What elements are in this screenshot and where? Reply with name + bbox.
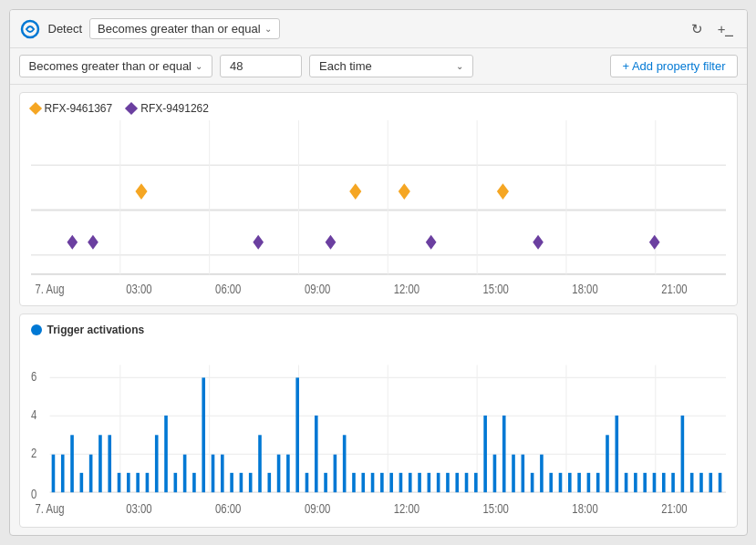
bar-item (286, 455, 290, 493)
svg-text:15:00: 15:00 (482, 501, 508, 516)
bar-item (689, 473, 693, 492)
bar-svg: 0 2 4 6 (31, 342, 726, 521)
svg-text:18:00: 18:00 (572, 501, 597, 516)
svg-text:06:00: 06:00 (215, 501, 241, 516)
svg-rect-24 (67, 235, 78, 250)
svg-text:21:00: 21:00 (661, 501, 687, 516)
legend-rfx2-dot (125, 102, 138, 115)
bar-item (408, 473, 411, 492)
svg-rect-20 (135, 183, 147, 200)
bar-item (88, 455, 92, 493)
bar-item (370, 473, 374, 492)
svg-text:7. Aug: 7. Aug (35, 501, 64, 516)
bar-item (145, 473, 149, 492)
bar-item (718, 473, 721, 492)
bar-item (427, 473, 430, 492)
svg-rect-23 (496, 183, 508, 200)
svg-rect-21 (349, 183, 361, 200)
bar-item (652, 473, 656, 492)
bar-item (634, 473, 637, 492)
refresh-button[interactable]: ↻ (688, 19, 707, 39)
top-bar: Detect Becomes greater than or equal ⌄ ↻… (10, 10, 747, 48)
svg-text:4: 4 (31, 407, 36, 422)
bar-item (230, 473, 233, 492)
bar-item (164, 416, 168, 492)
frequency-dropdown-chevron: ⌄ (456, 61, 463, 71)
bar-item (389, 473, 393, 492)
threshold-input[interactable] (220, 55, 302, 77)
bar-item (248, 473, 252, 492)
svg-text:12:00: 12:00 (393, 281, 419, 296)
bar-item (399, 473, 402, 492)
bar-item (60, 455, 64, 493)
svg-point-0 (22, 21, 38, 37)
bar-item (352, 473, 356, 492)
bar-item (324, 473, 327, 492)
bar-item (305, 473, 308, 492)
bar-item (51, 455, 55, 493)
bar-panel: Trigger activations 0 2 4 6 (19, 314, 738, 528)
bar-item (136, 473, 140, 492)
svg-text:12:00: 12:00 (393, 501, 419, 516)
bar-item (173, 473, 177, 492)
scatter-panel: RFX-9461367 RFX-9491262 7. Aug 0 (19, 92, 738, 306)
svg-text:6: 6 (31, 369, 36, 384)
bar-item (624, 473, 627, 492)
bar-item (643, 473, 647, 492)
bar-item (436, 473, 440, 492)
header-dropdown-chevron: ⌄ (264, 24, 272, 34)
bar-item (258, 435, 262, 492)
frequency-dropdown[interactable]: Each time ⌄ (309, 55, 473, 77)
svg-rect-27 (325, 235, 336, 250)
bar-item (521, 455, 524, 493)
bar-item (117, 473, 120, 492)
bar-item (549, 473, 553, 492)
bar-item (586, 473, 590, 492)
header-condition-dropdown[interactable]: Becomes greater than or equal ⌄ (89, 18, 280, 39)
bar-item (446, 473, 450, 492)
bar-item (79, 473, 83, 492)
detect-label: Detect (48, 22, 83, 36)
bar-item (108, 435, 111, 492)
bar-item (333, 455, 337, 493)
bar-item (492, 455, 496, 493)
bar-item (502, 416, 505, 492)
bar-item (474, 473, 478, 492)
bar-item (295, 377, 299, 492)
bar-item (615, 416, 618, 492)
bar-item (455, 473, 459, 492)
bar-item (380, 473, 384, 492)
svg-rect-22 (398, 183, 409, 200)
add-property-filter-button[interactable]: + Add property filter (610, 55, 737, 77)
bar-item (239, 473, 243, 492)
svg-text:7. Aug: 7. Aug (35, 281, 64, 296)
filter-bar: Becomes greater than or equal ⌄ Each tim… (10, 48, 747, 85)
bar-item (182, 455, 186, 493)
bar-item (314, 416, 317, 492)
svg-rect-26 (253, 235, 264, 250)
bar-item (568, 473, 572, 492)
bar-item (361, 473, 365, 492)
top-bar-actions: ↻ +⎯ (688, 19, 738, 39)
bar-item (661, 473, 665, 492)
svg-rect-29 (533, 235, 544, 250)
bar-item (127, 473, 130, 492)
svg-rect-28 (425, 235, 436, 250)
bar-item (699, 473, 703, 492)
bar-item (192, 473, 196, 492)
legend-rfx1: RFX-9461367 (31, 102, 113, 115)
bar-item (342, 435, 346, 492)
bar-item (577, 473, 581, 492)
bar-item (606, 435, 609, 492)
add-button[interactable]: +⎯ (714, 19, 738, 39)
bar-legend-dot (31, 324, 42, 335)
bar-item (671, 473, 675, 492)
scatter-svg: 7. Aug 03:00 06:00 09:00 12:00 15:00 18:… (31, 120, 726, 300)
bar-item (530, 473, 533, 492)
bar-item (709, 473, 712, 492)
svg-rect-25 (88, 235, 98, 250)
svg-text:03:00: 03:00 (126, 281, 151, 296)
bar-item (512, 455, 515, 493)
condition-dropdown[interactable]: Becomes greater than or equal ⌄ (19, 55, 213, 77)
scatter-legend: RFX-9461367 RFX-9491262 (31, 102, 726, 115)
